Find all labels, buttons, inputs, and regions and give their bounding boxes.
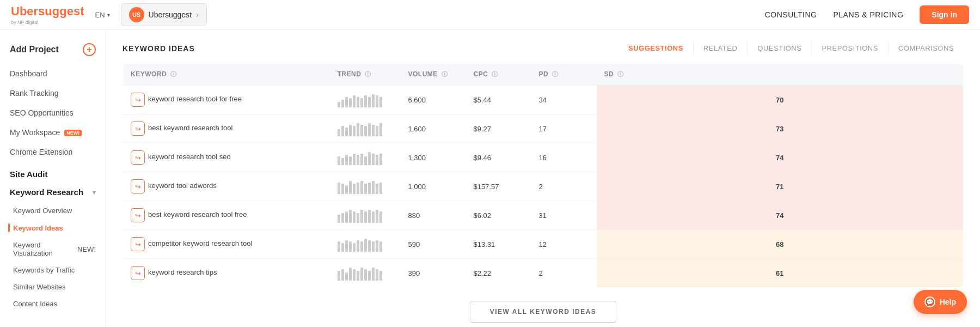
- section-header: KEYWORD IDEAS SUGGESTIONS RELATED QUESTI…: [122, 30, 964, 63]
- sidebar-sub-keywords-by-traffic[interactable]: Keywords by Traffic: [0, 262, 106, 278]
- trend-bar: [341, 269, 344, 281]
- trend-bar: [357, 97, 359, 107]
- sd-cell: 61: [597, 259, 964, 288]
- sidebar-sub-keyword-ideas[interactable]: Keyword Ideas: [0, 219, 106, 237]
- sidebar-item-seo-opportunities[interactable]: SEO Opportunities: [0, 103, 106, 123]
- project-selector[interactable]: US Ubersuggest ›: [121, 3, 207, 26]
- trend-bar: [368, 123, 371, 136]
- keyword-link-icon[interactable]: ↪: [131, 122, 145, 136]
- trend-bar: [376, 240, 378, 252]
- trend-bar: [345, 240, 348, 252]
- logo-text: Ubersuggest: [11, 4, 84, 19]
- volume-cell: 590: [401, 230, 466, 259]
- pd-info-icon[interactable]: ⓘ: [552, 71, 559, 77]
- trend-bar: [357, 271, 359, 281]
- trend-bar: [357, 155, 359, 165]
- sd-info-icon[interactable]: ⓘ: [617, 71, 624, 77]
- keyword-link-icon[interactable]: ↪: [131, 150, 145, 165]
- keyword-cell: ↪competitor keyword research tool: [123, 230, 330, 259]
- trend-bar: [338, 129, 340, 136]
- sidebar-item-rank-tracking[interactable]: Rank Tracking: [0, 83, 106, 103]
- view-all-button[interactable]: VIEW ALL KEYWORD IDEAS: [470, 301, 617, 323]
- site-audit-section[interactable]: Site Audit: [0, 162, 106, 182]
- signin-button[interactable]: Sign in: [920, 5, 969, 24]
- trend-bar: [345, 97, 348, 107]
- trend-bar: [379, 271, 382, 281]
- keyword-link-icon[interactable]: ↪: [131, 179, 145, 193]
- trend-bar: [364, 184, 367, 194]
- trend-bar: [372, 154, 375, 165]
- help-label: Help: [940, 298, 956, 306]
- keyword-link-icon[interactable]: ↪: [131, 266, 145, 280]
- sidebar: Add Project + Dashboard Rank Tracking SE…: [0, 30, 106, 327]
- trend-bar: [349, 125, 352, 136]
- keyword-link-icon[interactable]: ↪: [131, 237, 145, 251]
- sidebar-sub-keyword-visualization[interactable]: Keyword Visualization NEW!: [0, 237, 106, 262]
- table-row: ↪best keyword research tool free880$6.02…: [123, 201, 964, 230]
- trend-bar: [341, 243, 344, 252]
- trend-bar: [360, 268, 363, 281]
- th-keyword: KEYWORD ⓘ: [123, 64, 330, 86]
- tab-questions[interactable]: QUESTIONS: [748, 41, 812, 56]
- tab-prepositions[interactable]: PREPOSITIONS: [812, 41, 889, 56]
- trend-bar: [368, 271, 371, 281]
- keyword-link-icon[interactable]: ↪: [131, 93, 145, 107]
- table-row: ↪best keyword research tool1,600$9.27177…: [123, 114, 964, 143]
- content-inner: KEYWORD IDEAS SUGGESTIONS RELATED QUESTI…: [106, 30, 980, 327]
- sidebar-item-my-workspace[interactable]: My Workspace NEW!: [0, 123, 106, 142]
- volume-cell: 390: [401, 259, 466, 288]
- trend-cell: [330, 143, 401, 172]
- pd-cell: 31: [531, 201, 597, 230]
- volume-info-icon[interactable]: ⓘ: [442, 71, 448, 77]
- lang-caret-icon: ▾: [107, 12, 110, 18]
- help-button[interactable]: 💬 Help: [914, 290, 967, 314]
- help-bubble-icon: 💬: [924, 296, 935, 307]
- cpc-info-icon[interactable]: ⓘ: [492, 71, 498, 77]
- volume-cell: 1,600: [401, 114, 466, 143]
- trend-bar: [341, 126, 344, 136]
- sidebar-item-dashboard[interactable]: Dashboard: [0, 64, 106, 83]
- plans-link[interactable]: PLANS & PRICING: [833, 10, 903, 19]
- trend-bar: [338, 271, 340, 281]
- keyword-research-section[interactable]: Keyword Research ▾: [0, 182, 106, 202]
- trend-bar: [368, 240, 371, 252]
- main-layout: Add Project + Dashboard Rank Tracking SE…: [0, 30, 980, 327]
- trend-bar: [372, 268, 375, 281]
- language-selector[interactable]: EN ▾: [95, 11, 109, 19]
- tab-suggestions[interactable]: SUGGESTIONS: [618, 41, 694, 56]
- nav-right: CONSULTING PLANS & PRICING Sign in: [765, 5, 969, 24]
- trend-bar: [357, 183, 359, 194]
- trend-bar: [357, 240, 359, 252]
- cpc-cell: $9.46: [466, 143, 531, 172]
- project-arrow-icon: ›: [196, 10, 199, 19]
- project-flag: US: [129, 7, 144, 22]
- trend-bar: [353, 126, 356, 136]
- pd-cell: 2: [531, 259, 597, 288]
- th-volume: VOLUME ⓘ: [401, 64, 466, 86]
- sidebar-sub-keyword-overview[interactable]: Keyword Overview: [0, 202, 106, 219]
- sidebar-sub-similar-websites[interactable]: Similar Websites: [0, 278, 106, 295]
- trend-info-icon[interactable]: ⓘ: [365, 71, 371, 77]
- tab-comparisons[interactable]: COMPARISONS: [889, 41, 964, 56]
- consulting-link[interactable]: CONSULTING: [765, 10, 817, 19]
- cpc-cell: $5.44: [466, 86, 531, 114]
- table-header-row: KEYWORD ⓘ TREND ⓘ VOLUME ⓘ CPC ⓘ PD ⓘ SD…: [123, 64, 964, 86]
- keyword-link-icon[interactable]: ↪: [131, 208, 145, 222]
- th-cpc: CPC ⓘ: [466, 64, 531, 86]
- trend-cell: [330, 230, 401, 259]
- keyword-cell: ↪keyword tool adwords: [123, 172, 330, 201]
- keyword-info-icon[interactable]: ⓘ: [170, 71, 177, 77]
- trend-bar: [376, 210, 378, 223]
- sidebar-item-chrome-extension[interactable]: Chrome Extension: [0, 142, 106, 162]
- trend-bar: [364, 156, 367, 165]
- tab-related[interactable]: RELATED: [694, 41, 748, 56]
- add-project-label: Add Project: [10, 45, 59, 55]
- trend-bar: [364, 126, 367, 136]
- trend-bar: [338, 215, 340, 223]
- trend-bar: [345, 272, 348, 281]
- lang-label: EN: [95, 11, 105, 19]
- sidebar-sub-content-ideas[interactable]: Content Ideas: [0, 295, 106, 312]
- add-project-button[interactable]: Add Project +: [0, 35, 106, 64]
- trend-bar: [372, 125, 375, 136]
- th-sd: SD ⓘ: [597, 64, 964, 86]
